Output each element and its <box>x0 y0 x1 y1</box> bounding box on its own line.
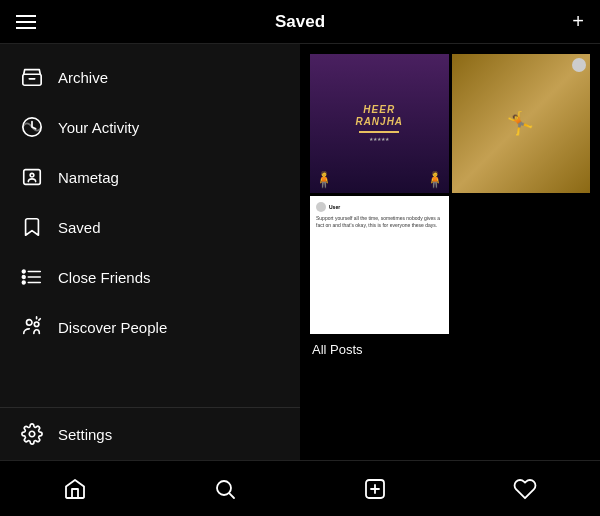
post-thumbnail-gym[interactable]: 🤸 <box>452 54 591 193</box>
gym-figure: 🤸 <box>507 110 534 136</box>
header: Saved + <box>0 0 600 44</box>
svg-point-11 <box>34 322 39 327</box>
sidebar-item-archive[interactable]: Archive <box>0 52 300 102</box>
sidebar: Archive Your Activity Nametag <box>0 44 300 460</box>
sidebar-bottom: Settings <box>0 407 300 460</box>
svg-point-15 <box>217 481 231 495</box>
sidebar-item-discover-people[interactable]: Discover People <box>0 302 300 352</box>
menu-button[interactable] <box>16 15 36 29</box>
nametag-icon <box>20 165 44 189</box>
sidebar-item-saved[interactable]: Saved <box>0 202 300 252</box>
nav-search[interactable] <box>197 469 253 509</box>
text-post-content: Support yourself all the time, sometimes… <box>316 215 443 229</box>
svg-line-16 <box>230 493 234 497</box>
activity-icon <box>20 115 44 139</box>
sidebar-item-saved-label: Saved <box>58 219 101 236</box>
discover-icon <box>20 315 44 339</box>
sidebar-item-your-activity[interactable]: Your Activity <box>0 102 300 152</box>
posts-grid: HEERRANJHA ★★★★★ 🧍 🧍 🤸 <box>310 54 590 334</box>
header-title: Saved <box>275 12 325 32</box>
sidebar-item-discover-people-label: Discover People <box>58 319 167 336</box>
add-button[interactable]: + <box>572 10 584 33</box>
svg-point-9 <box>22 281 25 284</box>
all-posts-label: All Posts <box>310 342 590 357</box>
settings-label: Settings <box>58 426 112 443</box>
bookmark-icon <box>20 215 44 239</box>
settings-item[interactable]: Settings <box>0 408 300 460</box>
post-thumbnail-text[interactable]: User Support yourself all the time, some… <box>310 196 449 335</box>
sidebar-item-archive-label: Archive <box>58 69 108 86</box>
svg-rect-0 <box>23 74 41 85</box>
archive-icon <box>20 65 44 89</box>
sidebar-item-nametag-label: Nametag <box>58 169 119 186</box>
sidebar-nav: Archive Your Activity Nametag <box>0 44 300 360</box>
svg-line-13 <box>39 319 40 320</box>
nav-add[interactable] <box>347 469 403 509</box>
bottom-nav <box>0 460 600 516</box>
post-thumbnail-heer-ranjha[interactable]: HEERRANJHA ★★★★★ 🧍 🧍 <box>310 54 449 193</box>
sidebar-item-close-friends[interactable]: Close Friends <box>0 252 300 302</box>
close-friends-icon <box>20 265 44 289</box>
svg-point-7 <box>22 270 25 273</box>
sidebar-item-activity-label: Your Activity <box>58 119 139 136</box>
sidebar-item-close-friends-label: Close Friends <box>58 269 151 286</box>
nav-home[interactable] <box>47 469 103 509</box>
svg-point-8 <box>22 276 25 279</box>
svg-point-10 <box>27 320 33 326</box>
svg-point-3 <box>30 173 34 177</box>
main-content: HEERRANJHA ★★★★★ 🧍 🧍 🤸 <box>300 44 600 460</box>
sidebar-item-nametag[interactable]: Nametag <box>0 152 300 202</box>
svg-point-14 <box>29 431 35 437</box>
settings-icon <box>20 422 44 446</box>
nav-likes[interactable] <box>497 469 553 509</box>
